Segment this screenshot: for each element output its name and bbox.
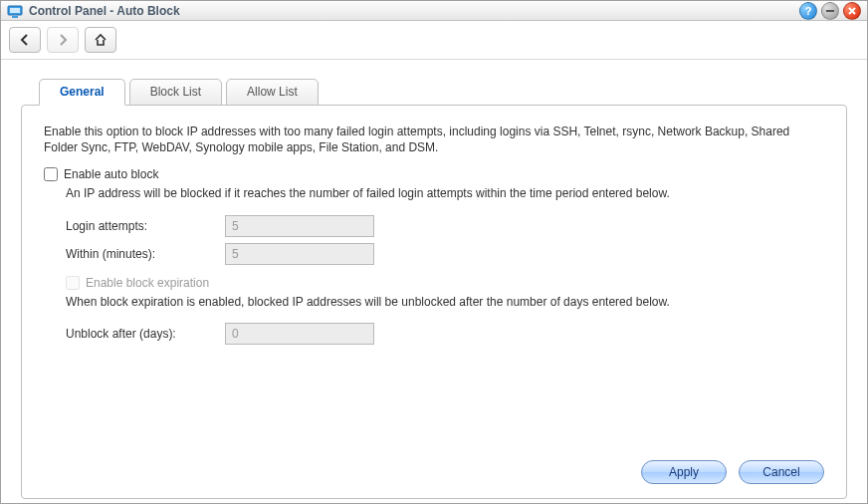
enable-expiration-checkbox[interactable]	[66, 276, 80, 290]
tabstrip: General Block List Allow List	[39, 78, 847, 105]
svg-rect-1	[10, 8, 20, 13]
minimize-button[interactable]	[821, 2, 839, 20]
enable-expiration-label: Enable block expiration	[86, 276, 209, 290]
window-title: Control Panel - Auto Block	[29, 4, 799, 18]
tab-block-list[interactable]: Block List	[129, 79, 222, 106]
forward-button[interactable]	[47, 27, 79, 53]
svg-rect-2	[12, 16, 18, 18]
close-button[interactable]	[843, 2, 861, 20]
enable-auto-block-row: Enable auto block	[44, 167, 824, 181]
window: Control Panel - Auto Block ? General Blo…	[0, 0, 868, 504]
tab-general-label: General	[60, 85, 105, 99]
within-minutes-row: Within (minutes):	[66, 240, 824, 268]
titlebar: Control Panel - Auto Block ?	[1, 1, 867, 21]
app-icon	[7, 3, 23, 19]
tab-block-list-label: Block List	[150, 85, 201, 99]
enable-expiration-row: Enable block expiration	[66, 276, 824, 290]
blocked-description: An IP address will be blocked if it reac…	[66, 185, 824, 201]
enable-auto-block-checkbox[interactable]	[44, 167, 58, 181]
login-attempts-row: Login attempts:	[66, 212, 824, 240]
back-button[interactable]	[9, 27, 41, 53]
tab-allow-list[interactable]: Allow List	[226, 79, 319, 106]
within-minutes-input[interactable]	[225, 243, 374, 265]
login-attempts-label: Login attempts:	[66, 219, 225, 233]
svg-rect-3	[826, 10, 834, 12]
unblock-after-label: Unblock after (days):	[66, 327, 225, 341]
within-minutes-label: Within (minutes):	[66, 247, 225, 261]
tab-general[interactable]: General	[39, 79, 125, 106]
help-button[interactable]: ?	[799, 2, 817, 20]
login-attempts-input[interactable]	[225, 215, 374, 237]
content-area: General Block List Allow List Enable thi…	[1, 60, 867, 503]
tab-allow-list-label: Allow List	[247, 85, 298, 99]
button-row: Apply Cancel	[44, 450, 824, 484]
unblock-after-input[interactable]	[225, 323, 374, 345]
home-button[interactable]	[85, 27, 116, 53]
enable-auto-block-label: Enable auto block	[64, 167, 158, 181]
intro-text: Enable this option to block IP addresses…	[44, 124, 824, 155]
nav-toolbar	[1, 21, 867, 60]
tab-panel-general: Enable this option to block IP addresses…	[21, 105, 847, 499]
apply-button[interactable]: Apply	[641, 460, 727, 484]
cancel-button[interactable]: Cancel	[739, 460, 824, 484]
expiration-description: When block expiration is enabled, blocke…	[66, 294, 824, 310]
unblock-after-row: Unblock after (days):	[66, 320, 824, 348]
titlebar-buttons: ?	[799, 2, 861, 20]
